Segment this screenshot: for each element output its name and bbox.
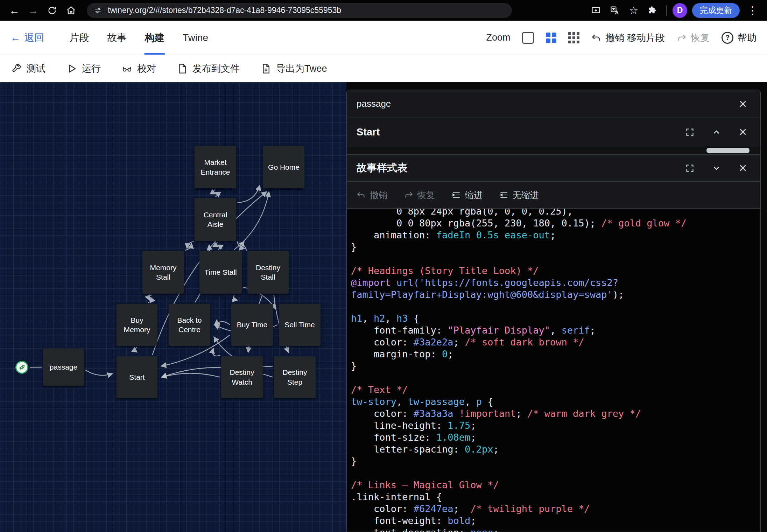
nav-right-cluster: Zoom 撤销 移动片段 恢复 ? 帮助 [486,31,757,44]
dots-view-icon[interactable] [568,32,579,43]
extensions-icon[interactable] [645,2,661,19]
code-line: } [351,455,760,467]
code-line [351,372,760,384]
passage-node-ms[interactable]: Memory Stall [142,251,184,294]
help-button[interactable]: ? 帮助 [722,31,757,44]
tab-story[interactable]: 故事 [98,21,136,55]
story-map[interactable]: passageStartMarket EntranceGo HomeCentra… [0,82,346,532]
proofread-button[interactable]: 校对 [122,62,156,75]
editor-redo-button[interactable]: 恢复 [404,189,435,201]
passage-node-label: Back to Centre [171,315,207,335]
undo-button[interactable]: 撤销 移动片段 [591,31,665,44]
tab-twine[interactable]: Twine [174,21,217,55]
passage-node-label: passage [50,362,77,372]
tab-build[interactable]: 构建 [136,21,174,55]
bookmark-star-icon[interactable]: ☆ [626,2,642,19]
passage-node-label: Go Home [268,162,300,172]
code-line [351,467,760,479]
passage-node-st[interactable]: Sell Time [279,304,321,346]
play-icon [66,63,77,74]
passage-node-dw[interactable]: Destiny Watch [221,356,263,398]
browser-back-button[interactable]: ← [6,2,22,19]
start-maximize-icon[interactable] [682,124,697,140]
stylesheet-panel-header: 故事样式表 × [347,155,760,182]
reload-icon[interactable] [44,2,60,19]
code-line: font-weight: bold; [351,515,760,527]
code-line: 0 8px 24px rgba(0, 0, 0, 0.25), [351,209,760,217]
file-icon [177,63,188,74]
start-close-icon[interactable]: × [735,124,751,140]
zoom-label: Zoom [486,32,510,43]
passage-node-label: Memory Stall [145,263,181,282]
code-line: } [351,360,760,372]
update-button[interactable]: 完成更新 [692,3,740,18]
code-line: .link-internal { [351,491,760,503]
panel-column: × Start × 故事样式表 [346,90,761,532]
passage-node-bc[interactable]: Back to Centre [169,304,210,346]
start-panel-body [347,146,760,155]
help-icon: ? [722,32,733,44]
story-nav-bar: ← 返回 片段 故事 构建 Twine Zoom 撤销 移动片段 恢复 ? 帮助 [0,21,767,55]
grid-view-icon[interactable] [546,33,556,43]
passage-node-label: Destiny Stall [250,263,286,282]
code-line: /* Links — Magical Glow */ [351,479,760,491]
browser-chrome: ← → twinery.org/2/#/stories/b72b4328-d7a… [0,0,767,21]
editor-undo-button[interactable]: 撤销 [357,189,387,201]
translate-icon[interactable] [607,2,623,19]
search-clear-icon[interactable]: × [735,96,751,112]
start-collapse-icon[interactable] [709,124,724,140]
passage-node-label: Destiny Step [277,368,313,387]
browser-menu-icon[interactable]: ⋮ [745,2,761,19]
stylesheet-expand-icon[interactable] [709,160,724,176]
home-icon[interactable] [63,2,79,19]
play-button[interactable]: 运行 [66,62,101,75]
redo-icon [404,190,413,200]
passage-node-gh[interactable]: Go Home [263,146,304,188]
install-icon[interactable] [588,2,604,19]
stylesheet-maximize-icon[interactable] [682,160,697,176]
browser-divider [666,5,667,16]
code-line: } [351,241,760,253]
search-input[interactable] [357,98,730,109]
code-line: /* Text */ [351,384,760,396]
export-twee-button[interactable]: 导出为Twee [261,62,327,75]
code-line [351,253,760,265]
indent-icon [452,190,461,200]
passage-node-label: Market Entrance [197,158,233,177]
stylesheet-editor-toolbar: 撤销 恢复 缩进 无缩进 [347,182,760,209]
test-button[interactable]: 测试 [11,62,45,75]
editor-outdent-button[interactable]: 无缩进 [499,189,539,201]
passage-node-me[interactable]: Market Entrance [195,146,236,188]
profile-avatar[interactable]: D [673,3,687,18]
url-bar[interactable]: twinery.org/2/#/stories/b72b4328-d7ac-41… [87,3,512,18]
start-scrollbar-thumb[interactable] [706,148,750,153]
passage-node-bt[interactable]: Buy Time [231,304,273,346]
code-line: margin-top: 0; [351,348,760,360]
passage-node-ts[interactable]: Time Stall [199,251,242,294]
redo-button[interactable]: 恢复 [677,31,710,44]
tab-passages[interactable]: 片段 [60,21,98,55]
passage-node-ps[interactable]: passage [43,348,84,386]
passage-node-label: Destiny Watch [224,368,260,387]
site-settings-icon[interactable] [94,6,102,15]
code-line: font-family: "Playfair Display", serif; [351,324,760,336]
code-line: /* Headings (Story Title Look) */ [351,265,760,277]
editor-indent-button[interactable]: 缩进 [452,189,483,201]
redo-icon [677,33,687,43]
stylesheet-code-editor[interactable]: 0 8px 24px rgba(0, 0, 0, 0.25), 0 0 80px… [347,209,760,532]
passage-node-dstep[interactable]: Destiny Step [274,356,316,398]
zoom-box-button[interactable] [522,32,534,44]
code-line: color: #3a3a3a !important; /* warm dark … [351,408,760,420]
publish-file-button[interactable]: 发布到文件 [177,62,240,75]
passage-node-start[interactable]: Start [117,356,157,398]
code-line: color: #3a2e2a; /* soft dark brown */ [351,336,760,348]
passage-node-ds[interactable]: Destiny Stall [247,251,289,294]
passage-node-ca[interactable]: Central Aisle [195,198,236,241]
back-arrow-icon: ← [10,32,20,43]
stylesheet-close-icon[interactable]: × [735,160,751,176]
build-toolbar: 测试 运行 校对 发布到文件 导出为Twee [0,55,767,82]
browser-forward-button[interactable]: → [25,2,41,19]
passage-node-bm[interactable]: Buy Memory [117,304,157,346]
back-to-library-button[interactable]: ← 返回 [10,31,44,44]
file-export-icon [261,63,271,74]
